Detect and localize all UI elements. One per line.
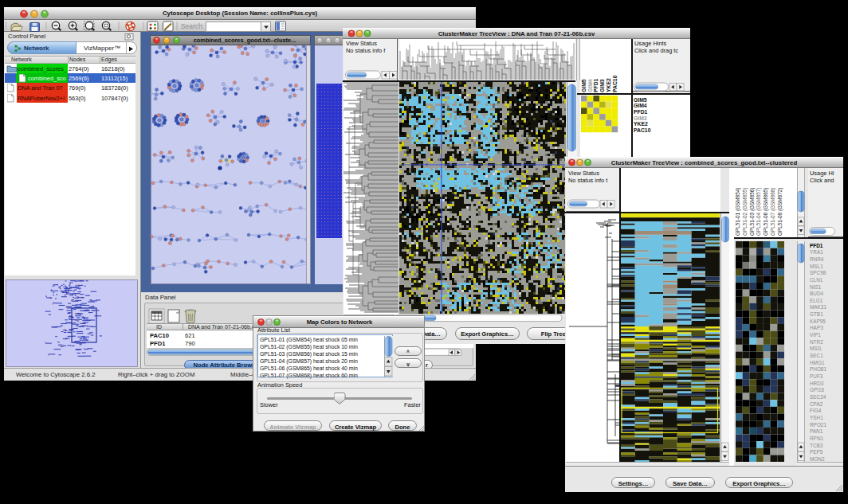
svg-text:GIM4: GIM4 (587, 79, 593, 92)
svg-text:PFD1: PFD1 (634, 109, 648, 115)
svg-text:VIP1: VIP1 (810, 332, 821, 338)
svg-text:SEC24: SEC24 (810, 394, 826, 400)
svg-text:PAC10: PAC10 (634, 127, 651, 133)
svg-text:PFD1: PFD1 (593, 78, 599, 92)
svg-text:NIS1: NIS1 (810, 284, 822, 290)
svg-text:GPL51-06 (GSM865): GPL51-06 (GSM865) (763, 188, 769, 236)
svg-text:MAK31: MAK31 (810, 304, 826, 310)
svg-text:GPL51-04 (GSM857): GPL51-04 (GSM857) (756, 188, 762, 236)
svg-text:PHO81: PHO81 (810, 366, 826, 372)
svg-text:CPA2: CPA2 (810, 401, 823, 407)
svg-text:PFD1: PFD1 (810, 243, 823, 248)
svg-text:HRD3: HRD3 (810, 381, 824, 386)
svg-text:RPO21: RPO21 (810, 422, 826, 428)
svg-text:GIM5: GIM5 (581, 79, 587, 92)
svg-text:BUD4: BUD4 (810, 291, 823, 296)
svg-text:KAP95: KAP95 (810, 318, 826, 324)
svg-text:PEP5: PEP5 (810, 449, 823, 455)
svg-text:PAN1: PAN1 (810, 428, 823, 434)
svg-text:YRA1: YRA1 (810, 249, 823, 255)
svg-text:HMG1: HMG1 (810, 360, 825, 365)
svg-text:HAP3: HAP3 (810, 325, 823, 330)
svg-text:GPL51-03 (GSM856): GPL51-03 (GSM856) (749, 188, 756, 236)
svg-text:PAC10: PAC10 (612, 75, 618, 92)
svg-text:RNR4: RNR4 (810, 256, 824, 262)
svg-text:GPL51-08 (GSM872): GPL51-08 (GSM872) (777, 188, 783, 236)
svg-text:GPI16: GPI16 (810, 387, 825, 393)
svg-text:YSH1: YSH1 (810, 415, 823, 420)
svg-text:SPC98: SPC98 (810, 270, 826, 275)
svg-text:GPL51-01 (GSM854): GPL51-01 (GSM854) (735, 188, 741, 236)
svg-text:GIM4: GIM4 (634, 103, 647, 108)
svg-text:GTB1: GTB1 (810, 311, 823, 317)
svg-text:MSL1: MSL1 (810, 264, 823, 269)
svg-text:GIM5: GIM5 (634, 97, 647, 103)
svg-text:NTR2: NTR2 (810, 339, 823, 345)
svg-text:TCB3: TCB3 (810, 443, 823, 448)
svg-text:MON2: MON2 (810, 456, 825, 462)
svg-text:YKE2: YKE2 (634, 121, 648, 127)
svg-text:ELG1: ELG1 (810, 298, 823, 303)
svg-text:GPL51-07 (GSM868): GPL51-07 (GSM868) (770, 188, 776, 236)
svg-text:RPN1: RPN1 (810, 436, 823, 441)
svg-text:FIG4: FIG4 (810, 408, 822, 413)
svg-text:YKE2: YKE2 (606, 78, 611, 92)
svg-text:GPL51-02 (GSM855): GPL51-02 (GSM855) (742, 188, 748, 236)
svg-text:SEC1: SEC1 (810, 353, 823, 358)
svg-text:CLN1: CLN1 (810, 277, 823, 283)
svg-text:GIM3: GIM3 (634, 115, 647, 121)
svg-text:GIM3: GIM3 (599, 79, 605, 92)
svg-text:MSI1: MSI1 (810, 346, 822, 351)
svg-text:PUF3: PUF3 (810, 373, 823, 379)
